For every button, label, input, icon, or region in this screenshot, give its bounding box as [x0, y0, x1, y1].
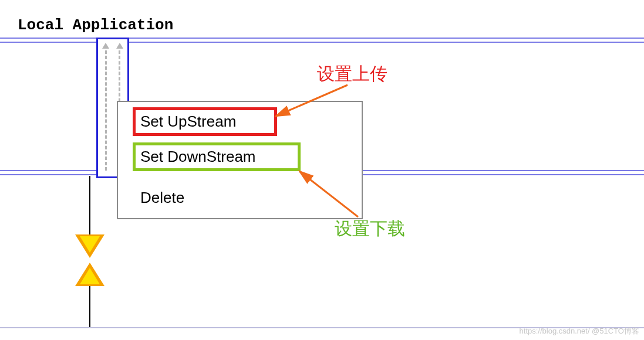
annotation-upload: 设置上传	[317, 62, 387, 86]
menu-delete[interactable]: Delete	[136, 186, 189, 209]
context-menu: Set UpStream Set DownStream Delete	[117, 101, 363, 219]
pipe-vertical-bottom	[89, 286, 90, 327]
menu-set-downstream[interactable]: Set DownStream	[136, 145, 298, 168]
arrow-up-icon	[102, 43, 109, 49]
menu-set-upstream[interactable]: Set UpStream	[136, 110, 274, 133]
watermark: https://blog.csdn.net/ @51CTO博客	[520, 326, 639, 336]
stream-dash-left	[105, 45, 107, 171]
pipe-vertical-top	[89, 176, 90, 234]
valve-icon	[75, 234, 104, 286]
annotation-download: 设置下载	[335, 217, 405, 241]
arrow-up-icon	[116, 43, 123, 49]
app-title: Local Application	[18, 16, 173, 34]
